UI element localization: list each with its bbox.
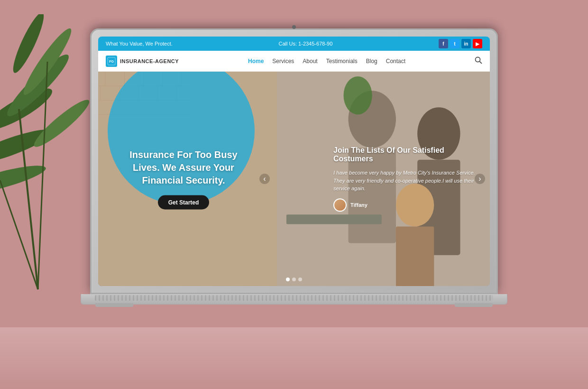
twitter-icon[interactable]: t <box>450 39 459 48</box>
testimonial-text: I have become very happy by Metro City's… <box>333 169 476 193</box>
logo-text: INSURANCE-AGENCY <box>120 58 179 64</box>
laptop-foot-left <box>95 303 133 307</box>
svg-rect-34 <box>396 226 434 286</box>
website: What You Value, We Protect. Call Us: 1-2… <box>98 37 490 286</box>
nav-home[interactable]: Home <box>248 58 264 65</box>
hero-section: Insurance For Too Busy Lives. We Assure … <box>98 72 490 286</box>
nav-testimonials[interactable]: Testimonials <box>326 58 358 65</box>
facebook-icon[interactable]: f <box>439 39 448 48</box>
hero-headline: Insurance For Too Busy Lives. We Assure … <box>117 148 250 187</box>
camera <box>292 25 296 29</box>
dot-3[interactable] <box>298 278 302 281</box>
author-name: Tiffany <box>350 202 368 208</box>
laptop: What You Value, We Protect. Call Us: 1-2… <box>90 28 498 332</box>
dot-2[interactable] <box>292 278 296 281</box>
carousel-indicators <box>286 278 302 281</box>
top-bar: What You Value, We Protect. Call Us: 1-2… <box>98 37 490 51</box>
keyboard <box>95 295 493 301</box>
screen-bezel: What You Value, We Protect. Call Us: 1-2… <box>98 37 490 286</box>
get-started-button[interactable]: Get Started <box>158 195 210 210</box>
svg-point-1 <box>2 49 74 122</box>
logo[interactable]: FG INSURANCE-AGENCY <box>106 56 179 67</box>
carousel-next-button[interactable]: › <box>475 174 485 184</box>
nav-services[interactable]: Services <box>272 58 294 65</box>
search-icon[interactable] <box>475 56 482 65</box>
phone-number: Call Us: 1-2345-678-90 <box>279 41 333 46</box>
svg-point-12 <box>475 57 480 62</box>
laptop-foot-right <box>455 303 493 307</box>
logo-icon: FG <box>106 56 117 67</box>
youtube-icon[interactable]: ▶ <box>473 39 482 48</box>
dot-1[interactable] <box>286 278 290 281</box>
svg-point-36 <box>343 76 372 114</box>
author-avatar <box>333 198 347 212</box>
nav-about[interactable]: About <box>303 58 317 65</box>
hero-testimonial: Join The Lists Of Our Satisfied Costumer… <box>333 146 476 212</box>
social-links: f t in ▶ <box>439 39 482 48</box>
nav-blog[interactable]: Blog <box>366 58 377 65</box>
tagline: What You Value, We Protect. <box>106 41 173 46</box>
svg-point-4 <box>0 160 48 201</box>
svg-text:FG: FG <box>109 60 114 63</box>
laptop-base <box>81 294 507 305</box>
laptop-lid: What You Value, We Protect. Call Us: 1-2… <box>90 28 498 294</box>
svg-rect-35 <box>286 214 382 224</box>
nav-links: Home Services About Testimonials Blog Co… <box>248 58 405 65</box>
testimonial-title: Join The Lists Of Our Satisfied Costumer… <box>333 146 476 163</box>
desk-surface <box>0 327 588 389</box>
nav-contact[interactable]: Contact <box>386 58 405 65</box>
hero-left: Insurance For Too Busy Lives. We Assure … <box>117 148 250 210</box>
svg-line-13 <box>479 62 482 64</box>
navbar: FG INSURANCE-AGENCY Home Services About … <box>98 51 490 72</box>
carousel-prev-button[interactable]: ‹ <box>259 174 270 184</box>
author-block: Tiffany <box>333 198 476 212</box>
linkedin-icon[interactable]: in <box>461 39 471 48</box>
